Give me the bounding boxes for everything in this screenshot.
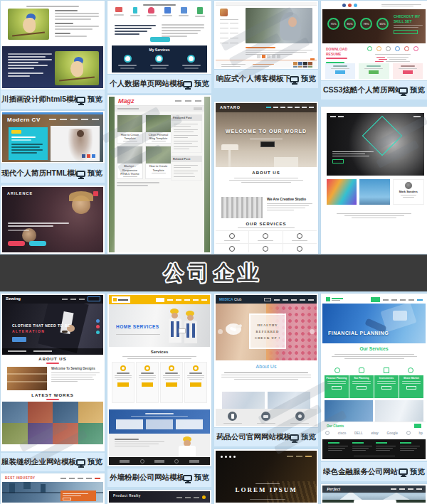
preview-button-blog[interactable]: 预览 — [290, 74, 316, 84]
antaro-logo: ANTARO — [220, 105, 241, 109]
dark-footer — [322, 439, 426, 459]
text-lines — [337, 212, 411, 220]
site-logo — [112, 296, 130, 303]
service-cards — [109, 359, 210, 403]
social-icons — [342, 4, 357, 7]
thumbnail-arilence-template[interactable]: ARILENCE — [1, 186, 105, 254]
services-grid — [216, 230, 317, 254]
nav-links — [49, 119, 99, 120]
best-industry-logo: BEST INDUSTRY — [5, 476, 36, 480]
nav-links — [156, 298, 207, 302]
hero-text-lines — [8, 221, 72, 232]
hero-button-green — [332, 159, 344, 163]
profile-name: Mark Sanders — [394, 190, 423, 193]
hero-button-cyan — [29, 241, 46, 246]
text-lines — [55, 9, 99, 38]
finance-cards: Finance Planning Tax Planning Investment… — [322, 373, 426, 398]
template-name-sewing[interactable]: 服装缝纫企业网站模板 — [1, 457, 76, 467]
pagination — [257, 55, 280, 58]
blue-section — [109, 409, 210, 434]
thumbnail-personal-data-template[interactable]: My Services — [107, 1, 211, 74]
monitor-icon — [76, 171, 85, 177]
template-name-modern-cv[interactable]: 现代个人简历HTML模板 — [1, 168, 76, 178]
cv-info-panel — [9, 127, 48, 160]
template-name-resume[interactable]: CSS3炫酷个人简历网站 — [323, 85, 399, 95]
thumbnail-pharma-template[interactable]: MEDICA Club HEALTHY REFERRED CHECK UP ! — [214, 294, 318, 427]
monitor-icon — [76, 459, 85, 466]
preview-label: 预览 — [194, 79, 209, 89]
template-name-personal-data[interactable]: 个人数据单页网站模板 — [110, 79, 183, 89]
label-bar-pharma: 药品公司官网网站模板 预览 — [214, 428, 318, 446]
finance-photos — [322, 400, 426, 422]
thumbnail-lorem-ipsum-template[interactable]: LOREM IPSUM — [214, 449, 318, 504]
label-bar-modern-cv: 现代个人简历HTML模板 预览 — [1, 164, 105, 183]
preview-button-sewing[interactable]: 预览 — [76, 457, 102, 467]
thumbnail-illustrator-template[interactable] — [1, 1, 105, 90]
preview-button-illustrator[interactable]: 预览 — [76, 95, 102, 104]
preview-button-painting[interactable]: 预览 — [183, 473, 209, 483]
service-icons — [322, 368, 426, 373]
preview-button-modern-cv[interactable]: 预览 — [76, 168, 102, 178]
template-name-illustrator[interactable]: 川插画设计师html5模板 — [1, 95, 76, 104]
monitor-icon — [183, 475, 192, 481]
pharma-hero: HEALTHY REFERRED CHECK UP ! — [216, 304, 317, 360]
monitor-icon — [399, 87, 408, 94]
service-item — [179, 55, 204, 69]
my-services-heading: My Services — [112, 45, 207, 52]
preview-button-resume[interactable]: 预览 — [399, 85, 425, 95]
home-services-heading: HOME SERVICES — [116, 324, 159, 329]
label-bar-painting: 外墙粉刷公司网站模板 预览 — [107, 468, 211, 487]
template-name-finance[interactable]: 绿色金融服务公司网站 — [323, 467, 398, 477]
pricing-row — [325, 63, 423, 80]
preview-button-pharma[interactable]: 预览 — [290, 432, 316, 442]
about-us-heading: About Us — [216, 360, 317, 369]
template-gallery-page: 川插画设计师html5模板 预览 Modern CV — [0, 0, 427, 504]
label-bar-resume: CSS3炫酷个人简历网站 预览 — [321, 81, 427, 100]
dark-footer — [109, 457, 210, 465]
sidebar-heading: Featured Post — [171, 114, 202, 121]
blog-sidebar — [220, 9, 241, 45]
medica-logo-suffix: Club — [234, 297, 241, 301]
thumbnail-css3-resume-template[interactable]: 75% 85% 78% 65% CHECKOUT MY SKILL SET DO… — [321, 1, 427, 80]
thumbnail-painting-template[interactable]: HOME SERVICES Services — [107, 294, 211, 466]
nav-links — [60, 478, 100, 479]
download-resume-heading: DOWNLOAD RESUME — [326, 47, 357, 56]
section-title: 公司企业 — [164, 259, 263, 286]
nav-links — [266, 107, 314, 108]
team-section — [109, 434, 210, 457]
post-card: How to Create Template — [145, 146, 172, 179]
sewing-hero-line1: CLOTHES THAT NEED TO BE — [12, 323, 70, 328]
thumbnail-finance-template[interactable]: FINANCIAL PLANNING Our Services Finance … — [321, 294, 427, 461]
monitor-icon — [399, 468, 408, 475]
avatar — [405, 182, 412, 189]
pagination-lines — [117, 182, 172, 186]
product-realty-logo: Product Realty — [113, 494, 141, 498]
preview-button-finance[interactable]: 预览 — [399, 467, 425, 477]
our-clients-heading: Our Clients — [327, 424, 344, 428]
thumbnail-magz-template[interactable]: Magz How to Create Template — [107, 95, 211, 254]
template-name-blog[interactable]: 响应式个人博客模板下 — [216, 74, 290, 84]
template-name-painting[interactable]: 外墙粉刷公司网站模板 — [110, 473, 183, 483]
label-bar-sewing: 服装缝纫企业网站模板 预览 — [1, 453, 105, 471]
thumbnail-sewing-template[interactable]: Sewing CLOTHES THAT NEED TO BE ALTERATIO… — [1, 294, 105, 451]
preview-button-personal-data[interactable]: 预览 — [183, 79, 209, 89]
arilence-logo: ARILENCE — [7, 191, 33, 195]
skill-ring: 75% — [327, 18, 339, 30]
template-name-pharma[interactable]: 药品公司官网网站模板 — [216, 432, 290, 442]
our-services-heading: OUR SERVICES — [216, 222, 317, 226]
intro-text-right — [162, 23, 204, 38]
thumbnail-perfect-template[interactable]: Perfect — [321, 484, 427, 504]
thumbnail-modern-cv-template[interactable]: Modern CV — [1, 111, 105, 163]
skill-heading: CHECKOUT MY SKILL SET — [394, 14, 423, 23]
thumbnail-blog-template[interactable] — [214, 1, 318, 69]
preview-label: 预览 — [301, 74, 316, 84]
thumbnail-product-realty-template[interactable]: Product Realty — [107, 490, 211, 504]
section-divider: 公司企业 — [0, 254, 427, 291]
thumbnail-best-industry-template[interactable]: BEST INDUSTRY — [1, 473, 105, 504]
skill-ring: 65% — [376, 18, 389, 30]
studio-heading: We Are Creative Studio — [267, 197, 312, 201]
thumbnail-antaro-template[interactable]: ANTARO WELCOME TO OUR WORLD ABOUT US We … — [214, 102, 318, 254]
nav-links — [175, 100, 201, 102]
thumbnail-creative-bw-template[interactable]: Mark Sanders — [321, 107, 427, 254]
preview-label: 预览 — [194, 473, 209, 483]
